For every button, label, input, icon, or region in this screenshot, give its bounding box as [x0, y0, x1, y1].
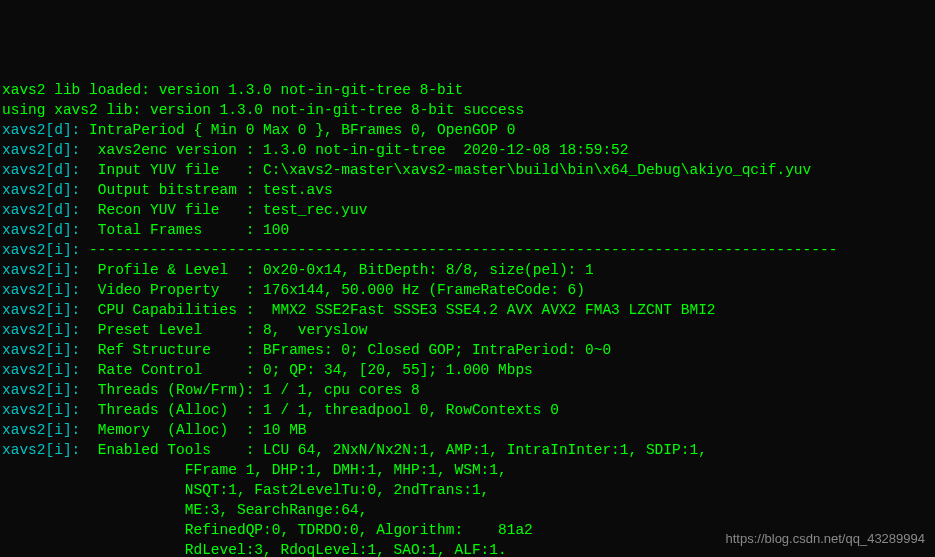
log-prefix: xavs2[i]: [2, 402, 80, 418]
log-line: xavs2[d]: Recon YUV file : test_rec.yuv [2, 200, 933, 220]
log-line: xavs2[i]: CPU Capabilities : MMX2 SSE2Fa… [2, 300, 933, 320]
log-line: xavs2[i]: Memory (Alloc) : 10 MB [2, 420, 933, 440]
log-line: xavs2[i]: Rate Control : 0; QP: 34, [20,… [2, 360, 933, 380]
log-prefix: xavs2[d]: [2, 142, 80, 158]
log-text: Profile & Level : 0x20-0x14, BitDepth: 8… [80, 262, 593, 278]
log-prefix: xavs2[i]: [2, 262, 80, 278]
log-line: xavs2[d]: IntraPeriod { Min 0 Max 0 }, B… [2, 120, 933, 140]
log-prefix: xavs2[d]: [2, 222, 80, 238]
log-text: ME:3, SearchRange:64, [2, 502, 367, 518]
log-text: Rate Control : 0; QP: 34, [20, 55]; 1.00… [80, 362, 532, 378]
log-text: Preset Level : 8, veryslow [80, 322, 367, 338]
log-line: FFrame 1, DHP:1, DMH:1, MHP:1, WSM:1, [2, 460, 933, 480]
log-text: Video Property : 176x144, 50.000 Hz (Fra… [80, 282, 585, 298]
log-text: xavs2 lib loaded: version 1.3.0 not-in-g… [2, 82, 463, 98]
log-prefix: xavs2[i]: [2, 282, 80, 298]
log-line: ME:3, SearchRange:64, [2, 500, 933, 520]
log-line: xavs2[d]: Input YUV file : C:\xavs2-mast… [2, 160, 933, 180]
log-line: xavs2[d]: Total Frames : 100 [2, 220, 933, 240]
log-line: xavs2[i]: Video Property : 176x144, 50.0… [2, 280, 933, 300]
terminal-output: xavs2 lib loaded: version 1.3.0 not-in-g… [2, 80, 933, 557]
log-line: xavs2[i]: Threads (Row/Frm): 1 / 1, cpu … [2, 380, 933, 400]
log-text: NSQT:1, Fast2LevelTu:0, 2ndTrans:1, [2, 482, 489, 498]
log-line: xavs2[i]: Profile & Level : 0x20-0x14, B… [2, 260, 933, 280]
log-prefix: xavs2[i]: [2, 342, 80, 358]
log-prefix: xavs2[i]: [2, 422, 80, 438]
log-text: Threads (Alloc) : 1 / 1, threadpool 0, R… [80, 402, 559, 418]
log-text: RefinedQP:0, TDRDO:0, Algorithm: 81a2 [2, 522, 533, 538]
log-text: FFrame 1, DHP:1, DMH:1, MHP:1, WSM:1, [2, 462, 507, 478]
log-text: Enabled Tools : LCU 64, 2NxN/Nx2N:1, AMP… [80, 442, 707, 458]
log-text: Threads (Row/Frm): 1 / 1, cpu cores 8 [80, 382, 419, 398]
log-prefix: xavs2[i]: [2, 362, 80, 378]
log-text: Total Frames : 100 [80, 222, 289, 238]
log-line: xavs2[i]: ------------------------------… [2, 240, 933, 260]
log-text: xavs2enc version : 1.3.0 not-in-git-tree… [80, 142, 628, 158]
log-text: Recon YUV file : test_rec.yuv [80, 202, 367, 218]
log-line: xavs2[d]: Output bitstream : test.avs [2, 180, 933, 200]
log-line: NSQT:1, Fast2LevelTu:0, 2ndTrans:1, [2, 480, 933, 500]
log-prefix: xavs2[i]: [2, 302, 80, 318]
log-line: xavs2[i]: Enabled Tools : LCU 64, 2NxN/N… [2, 440, 933, 460]
log-line: xavs2[d]: xavs2enc version : 1.3.0 not-i… [2, 140, 933, 160]
log-text: ----------------------------------------… [80, 242, 837, 258]
log-text: Memory (Alloc) : 10 MB [80, 422, 306, 438]
log-line: xavs2[i]: Ref Structure : BFrames: 0; Cl… [2, 340, 933, 360]
log-text: Input YUV file : C:\xavs2-master\xavs2-m… [80, 162, 811, 178]
log-text: RdLevel:3, RdoqLevel:1, SAO:1, ALF:1. [2, 542, 507, 557]
log-line: xavs2[i]: Preset Level : 8, veryslow [2, 320, 933, 340]
log-line: xavs2 lib loaded: version 1.3.0 not-in-g… [2, 80, 933, 100]
log-line: xavs2[i]: Threads (Alloc) : 1 / 1, threa… [2, 400, 933, 420]
log-prefix: xavs2[i]: [2, 242, 80, 258]
log-prefix: xavs2[d]: [2, 122, 80, 138]
log-text: CPU Capabilities : MMX2 SSE2Fast SSSE3 S… [80, 302, 715, 318]
log-prefix: xavs2[d]: [2, 162, 80, 178]
log-prefix: xavs2[i]: [2, 382, 80, 398]
watermark-text: https://blog.csdn.net/qq_43289994 [726, 529, 926, 549]
log-text: Ref Structure : BFrames: 0; Closed GOP; … [80, 342, 611, 358]
log-prefix: xavs2[i]: [2, 442, 80, 458]
log-text: using xavs2 lib: version 1.3.0 not-in-gi… [2, 102, 524, 118]
log-prefix: xavs2[i]: [2, 322, 80, 338]
log-prefix: xavs2[d]: [2, 182, 80, 198]
log-prefix: xavs2[d]: [2, 202, 80, 218]
log-text: Output bitstream : test.avs [80, 182, 332, 198]
log-text: IntraPeriod { Min 0 Max 0 }, BFrames 0, … [80, 122, 515, 138]
log-line: using xavs2 lib: version 1.3.0 not-in-gi… [2, 100, 933, 120]
